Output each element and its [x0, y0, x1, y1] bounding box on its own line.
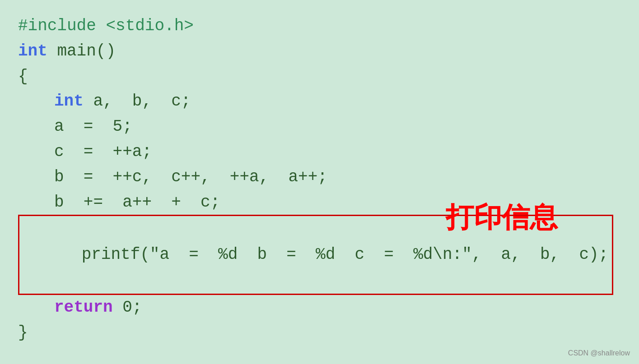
open-brace: {	[18, 64, 28, 89]
code-line-1: #include <stdio.h>	[18, 14, 621, 39]
assign-c: c = ++a;	[54, 139, 152, 165]
int-keyword-main: int	[18, 39, 47, 64]
return-keyword: return	[54, 295, 113, 320]
watermark: CSDN @shallrelow	[568, 349, 630, 357]
code-line-11: }	[18, 320, 621, 346]
int-keyword-vars: int	[54, 89, 84, 114]
code-line-7: b = ++c, c++, ++a, a++;	[18, 165, 621, 190]
code-line-3: {	[18, 64, 621, 89]
code-line-5: a = 5;	[18, 114, 621, 139]
code-line-4: int a, b, c;	[18, 89, 621, 114]
return-value: 0;	[113, 295, 142, 320]
close-brace: }	[18, 320, 28, 346]
printf-statement: printf(″a = %d b = %d c = %d\n:″, a, b, …	[82, 245, 609, 264]
assign-a: a = 5;	[54, 114, 132, 139]
assign-b-plus: b += a++ + c;	[54, 190, 220, 215]
assign-b-complex: b = ++c, c++, ++a, a++;	[54, 165, 327, 190]
code-editor: #include <stdio.h> int main() { int a, b…	[0, 0, 639, 359]
main-function: main()	[47, 39, 116, 64]
code-line-10: return 0;	[18, 295, 621, 320]
print-annotation: 打印信息	[446, 198, 558, 236]
include-statement: #include <stdio.h>	[18, 14, 194, 39]
code-line-2: int main()	[18, 39, 621, 64]
var-declaration: a, b, c;	[84, 89, 191, 114]
code-line-6: c = ++a;	[18, 139, 621, 165]
